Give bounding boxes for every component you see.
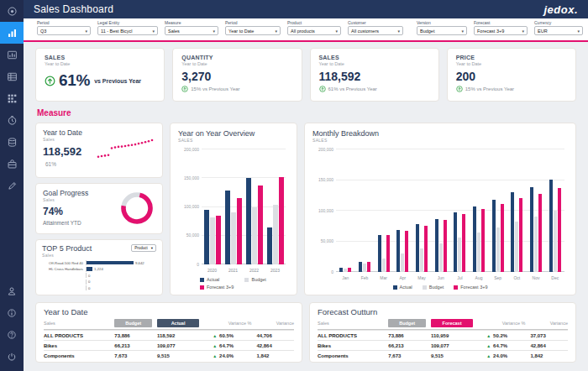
kpi-value: 200 [456,70,567,83]
donut-chart [118,190,155,227]
table-row[interactable]: Components 7,673 9,515 ▲24.0% 1,842 [44,350,294,360]
top5-bar-row: Off-Road-500 Red 40 9,642 [42,260,156,265]
bar-budget [273,205,278,264]
bar-actual [435,219,438,273]
monthly-chart-card: Monthly Breakdown SALES 050,000100,00015… [304,123,576,295]
up-triangle-icon: ▲ [486,353,491,358]
info-icon[interactable] [0,302,24,324]
column-chip-actual[interactable]: Actual [157,319,199,327]
bar-value: 9,642 [135,261,144,265]
filter-select[interactable]: 11 - Best Bicycl▾ [97,26,158,35]
filter-select[interactable]: Sales▾ [165,26,218,35]
bar-actual [204,210,209,264]
column-chip-budget[interactable]: Budget [388,319,426,327]
filter-label: Forecast [474,20,528,25]
widget-subtitle: Sales [43,137,82,142]
bar-budget [252,207,257,265]
legend-swatch [454,285,458,290]
filter-select[interactable]: EUR▾ [534,26,583,35]
filter-select[interactable]: Budget▾ [417,26,467,35]
bar-forecast-3+9 [538,194,542,272]
designer-icon[interactable] [0,175,24,196]
filter-select[interactable]: All customers▾ [348,26,403,35]
x-axis-tick: Feb [355,275,375,280]
kpi-delta: 61% vs Previous Year [319,86,430,92]
bar-value: 0 [88,286,90,290]
bar-forecast-3+9 [481,209,485,272]
kpi-value: 61% [59,71,90,90]
filter-currency: Currency EUR▾ [534,20,583,35]
chevron-down-icon: ▾ [151,246,153,250]
monthly-x-axis: JanFebMarAprMayJunJulAugSepOctNovDec [336,275,564,280]
filter-period: Period Q3▾ [37,20,91,35]
column-chip-budget[interactable]: Budget [114,319,152,327]
filter-select[interactable]: Forecast 3+9▾ [474,26,528,35]
table-row[interactable]: Bikes 66,213 109,077 ▲64.7% 42,864 [318,340,568,350]
bar-forecast-3+9 [348,268,351,272]
power-icon[interactable] [0,346,24,368]
widget-subtitle: Sales [42,253,92,258]
kpi-subtitle: Year to Date [319,61,430,66]
yoy-x-axis: 2020202120222023 [202,268,286,273]
user-icon[interactable] [0,280,24,302]
bar-value: 1,224 [94,267,103,271]
bar-actual [267,227,272,264]
filter-select[interactable]: Year to Date▾ [225,26,281,35]
table-row[interactable]: Components 7,673 9,515 ▲24.0% 1,842 [318,350,568,360]
table-row[interactable]: Bikes 66,213 109,077 ▲64.7% 42,864 [44,340,294,350]
filter-bar: Period Q3▾ Legal Entity 11 - Best Bicycl… [24,18,588,42]
main-area: Sales Dashboard jedox. Period Q3▾ Legal … [24,0,588,371]
column-header: Variance [525,321,568,326]
bar-actual [359,262,362,272]
top5-bar-row: 0 [42,273,156,278]
goal-label: Attainment YTD [43,220,88,226]
widgets-left-column: Year to Date Sales 118,592 61% Go [35,123,163,295]
bar-budget [420,248,423,272]
integrator-icon[interactable] [0,131,24,153]
column-chip-forecast[interactable]: Forecast [431,319,473,327]
bar-actual [473,206,476,272]
bar-actual [396,230,400,272]
filter-select[interactable]: All products▾ [287,26,341,35]
legend-item-budget: Budget [423,285,444,290]
filter-select[interactable]: Q3▾ [37,26,91,35]
dashboards-icon[interactable] [0,22,24,44]
chevron-down-icon: ▾ [577,29,580,34]
bar-forecast-3+9 [501,204,504,272]
x-axis-tick: Jul [450,275,470,280]
sidebar [0,0,24,371]
bar-group-Jul [450,149,470,272]
widget-title: Goal Progress [43,189,88,197]
bar-budget [458,238,461,272]
x-axis-tick: Jan [336,275,355,280]
bar-actual [416,224,419,272]
y-axis-tick: 100,000 [313,208,333,213]
bar-group-Apr [393,149,412,272]
filter-label: Version [417,20,467,25]
jedox-logo-icon[interactable] [0,0,24,22]
marketplace-icon[interactable] [0,153,24,175]
bar-forecast-3+9 [237,198,242,264]
row-name: Bikes [44,343,114,348]
table-row[interactable]: ALL PRODUCTS 73,886 110,959 ▲50.2% 37,07… [318,330,568,340]
chart-subtitle: SALES [178,138,289,143]
y-axis-tick: 150,000 [179,175,199,180]
chart-subtitle: SALES [312,138,568,143]
table-row[interactable]: ALL PRODUCTS 73,886 118,592 ▲60.5% 44,70… [44,330,294,340]
filter-product: Product All products▾ [287,20,341,35]
kpi-title: SALES [45,55,155,60]
up-triangle-icon: ▲ [213,333,217,338]
modeler-icon[interactable] [0,87,24,109]
y-axis-tick: 0 [313,269,333,274]
dashboard-content: SALES Year to Date61%vs Previous YearQUA… [24,42,588,371]
bar-value: 0 [88,274,90,278]
help-icon[interactable] [0,324,24,346]
widget-subtitle: Sales [43,197,88,202]
reports-icon[interactable] [0,44,24,65]
top5-product-select[interactable]: Product ▾ [131,244,156,252]
sparkline-chart [95,135,155,165]
filter-version: Version Budget▾ [417,20,467,35]
scheduler-icon[interactable] [0,109,24,131]
bar-forecast-3+9 [367,262,370,272]
views-icon[interactable] [0,65,24,87]
